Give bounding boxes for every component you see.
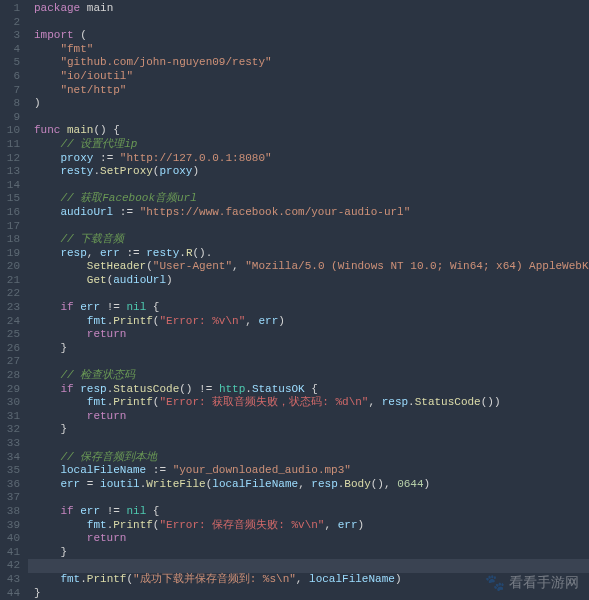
- token-fn: Printf: [113, 519, 153, 531]
- code-line[interactable]: [34, 491, 589, 505]
- line-number: 21: [0, 274, 20, 288]
- code-line[interactable]: "github.com/john-nguyen09/resty": [34, 56, 589, 70]
- code-line[interactable]: [34, 220, 589, 234]
- token-pn: [80, 2, 87, 14]
- code-line[interactable]: proxy := "http://127.0.0.1:8080": [34, 152, 589, 166]
- code-line[interactable]: return: [34, 532, 589, 546]
- token-fn: Printf: [113, 396, 153, 408]
- token-fn: StatusCode: [415, 396, 481, 408]
- token-op: :=: [100, 152, 113, 164]
- token-str: "your_downloaded_audio.mp3": [173, 464, 351, 476]
- code-line[interactable]: if resp.StatusCode() != http.StatusOK {: [34, 383, 589, 397]
- code-line[interactable]: return: [34, 410, 589, 424]
- code-line[interactable]: if err != nil {: [34, 301, 589, 315]
- code-line[interactable]: [34, 437, 589, 451]
- token-pn: [113, 152, 120, 164]
- token-str: "https://www.facebook.com/your-audio-url…: [140, 206, 411, 218]
- code-line[interactable]: func main() {: [34, 124, 589, 138]
- line-number: 14: [0, 179, 20, 193]
- code-line[interactable]: }: [34, 546, 589, 560]
- token-id: err: [60, 478, 80, 490]
- code-area[interactable]: package main import ( "fmt" "github.com/…: [28, 0, 589, 600]
- code-line[interactable]: [34, 179, 589, 193]
- token-pn: [34, 301, 60, 313]
- token-id: resty: [146, 247, 179, 259]
- token-pn: [34, 56, 60, 68]
- code-line[interactable]: [34, 16, 589, 30]
- token-str: "fmt": [60, 43, 93, 55]
- token-id: resp: [60, 247, 86, 259]
- code-line[interactable]: fmt.Printf("成功下载并保存音频到: %s\n", localFile…: [34, 573, 589, 587]
- token-kw: import: [34, 29, 74, 41]
- code-line[interactable]: [28, 559, 589, 573]
- line-number: 25: [0, 328, 20, 342]
- code-line[interactable]: // 下载音频: [34, 233, 589, 247]
- code-line[interactable]: // 保存音频到本地: [34, 451, 589, 465]
- code-line[interactable]: package main: [34, 2, 589, 16]
- code-line[interactable]: SetHeader("User-Agent", "Mozilla/5.0 (Wi…: [34, 260, 589, 274]
- code-line[interactable]: // 获取Facebook音频url: [34, 192, 589, 206]
- token-ty: nil: [126, 301, 146, 313]
- line-number: 11: [0, 138, 20, 152]
- token-fn: StatusCode: [113, 383, 179, 395]
- token-pn: [34, 369, 60, 381]
- line-number: 36: [0, 478, 20, 492]
- code-line[interactable]: resty.SetProxy(proxy): [34, 165, 589, 179]
- code-line[interactable]: localFileName := "your_downloaded_audio.…: [34, 464, 589, 478]
- code-editor[interactable]: 1234567891011121314151617181920212223242…: [0, 0, 589, 600]
- code-line[interactable]: ): [34, 97, 589, 111]
- line-number: 33: [0, 437, 20, 451]
- token-fn: Printf: [113, 315, 153, 327]
- token-op: !=: [107, 505, 120, 517]
- line-number: 38: [0, 505, 20, 519]
- line-number: 42: [0, 559, 20, 573]
- line-number: 23: [0, 301, 20, 315]
- token-pn: [34, 396, 87, 408]
- token-id: fmt: [87, 315, 107, 327]
- token-pn: (: [74, 29, 87, 41]
- token-pn: {: [305, 383, 318, 395]
- code-line[interactable]: [34, 355, 589, 369]
- line-number: 16: [0, 206, 20, 220]
- code-line[interactable]: fmt.Printf("Error: %v\n", err): [34, 315, 589, 329]
- code-line[interactable]: err = ioutil.WriteFile(localFileName, re…: [34, 478, 589, 492]
- code-line[interactable]: resp, err := resty.R().: [34, 247, 589, 261]
- code-line[interactable]: fmt.Printf("Error: 保存音频失败: %v\n", err): [34, 519, 589, 533]
- code-line[interactable]: }: [34, 423, 589, 437]
- code-line[interactable]: "fmt": [34, 43, 589, 57]
- code-line[interactable]: "net/http": [34, 84, 589, 98]
- token-pn: }: [34, 342, 67, 354]
- line-number: 2: [0, 16, 20, 30]
- code-line[interactable]: fmt.Printf("Error: 获取音频失败，状态码: %d\n", re…: [34, 396, 589, 410]
- code-line[interactable]: // 检查状态码: [34, 369, 589, 383]
- token-pn: [34, 43, 60, 55]
- token-id: err: [80, 505, 100, 517]
- token-pn: ().: [192, 247, 212, 259]
- code-line[interactable]: "io/ioutil": [34, 70, 589, 84]
- code-line[interactable]: }: [34, 587, 589, 600]
- code-line[interactable]: audioUrl := "https://www.facebook.com/yo…: [34, 206, 589, 220]
- code-line[interactable]: if err != nil {: [34, 505, 589, 519]
- token-id: fmt: [87, 396, 107, 408]
- token-pn: [34, 383, 60, 395]
- token-pn: (): [179, 383, 199, 395]
- token-ty: nil: [126, 505, 146, 517]
- code-line[interactable]: return: [34, 328, 589, 342]
- code-line[interactable]: [34, 111, 589, 125]
- token-cm: // 检查状态码: [60, 369, 135, 381]
- line-number: 1: [0, 2, 20, 16]
- code-line[interactable]: Get(audioUrl): [34, 274, 589, 288]
- code-line[interactable]: import (: [34, 29, 589, 43]
- token-kw: if: [60, 383, 73, 395]
- token-pn: }: [34, 423, 67, 435]
- token-pn: .: [80, 573, 87, 585]
- line-number: 9: [0, 111, 20, 125]
- code-line[interactable]: }: [34, 342, 589, 356]
- line-number: 20: [0, 260, 20, 274]
- token-pn: [34, 505, 60, 517]
- code-line[interactable]: [34, 287, 589, 301]
- token-pn: ): [192, 165, 199, 177]
- token-pn: .: [179, 247, 186, 259]
- token-pn: ): [34, 97, 41, 109]
- code-line[interactable]: // 设置代理ip: [34, 138, 589, 152]
